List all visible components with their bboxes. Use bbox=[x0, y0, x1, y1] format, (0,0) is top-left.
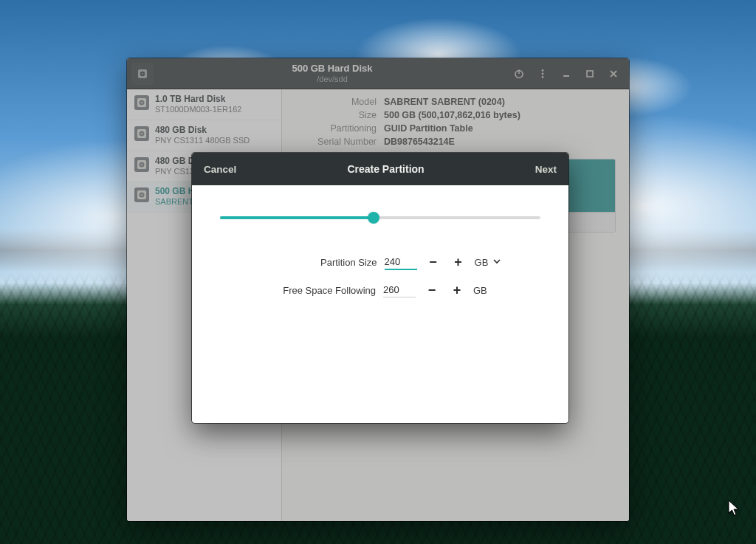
unit-label: GB bbox=[473, 285, 503, 296]
partition-size-slider[interactable] bbox=[220, 210, 540, 225]
chevron-down-icon bbox=[492, 257, 501, 268]
dialog-title: Create Partition bbox=[347, 163, 424, 175]
free-space-minus-button[interactable]: − bbox=[423, 281, 441, 299]
partition-size-plus-button[interactable]: + bbox=[450, 253, 467, 271]
free-space-row: Free Space Following − + GB bbox=[258, 281, 503, 299]
partition-size-minus-button[interactable]: − bbox=[425, 253, 442, 271]
dialog-body: Partition Size − + GB Free Space Followi… bbox=[192, 185, 568, 423]
dialog-header: Cancel Create Partition Next bbox=[192, 153, 568, 185]
slider-thumb[interactable] bbox=[368, 212, 379, 224]
partition-size-unit-select[interactable]: GB bbox=[475, 257, 502, 268]
free-space-label: Free Space Following bbox=[258, 285, 376, 296]
free-space-input[interactable] bbox=[383, 283, 416, 297]
partition-size-row: Partition Size − + GB bbox=[259, 253, 502, 271]
create-partition-dialog: Cancel Create Partition Next Partition S… bbox=[192, 153, 568, 423]
next-button[interactable]: Next bbox=[535, 164, 557, 175]
partition-size-input[interactable] bbox=[385, 255, 417, 270]
partition-size-label: Partition Size bbox=[259, 257, 377, 268]
slider-fill bbox=[220, 216, 374, 219]
unit-label: GB bbox=[475, 257, 489, 268]
cancel-button[interactable]: Cancel bbox=[204, 164, 236, 175]
free-space-plus-button[interactable]: + bbox=[448, 281, 466, 299]
